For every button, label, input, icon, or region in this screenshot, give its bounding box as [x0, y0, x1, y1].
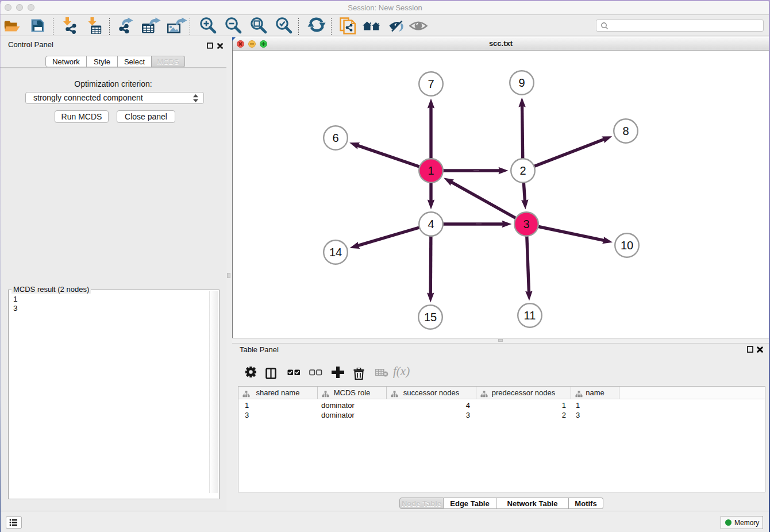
svg-text:8: 8 [622, 125, 629, 137]
svg-text:15: 15 [424, 311, 437, 323]
svg-text:2: 2 [519, 164, 526, 177]
svg-text:7: 7 [428, 78, 434, 90]
svg-text:14: 14 [329, 246, 342, 259]
svg-text:9: 9 [518, 76, 525, 89]
svg-text:10: 10 [621, 239, 633, 252]
svg-text:3: 3 [523, 218, 529, 230]
svg-text:11: 11 [524, 309, 536, 322]
svg-text:6: 6 [332, 132, 338, 144]
svg-text:4: 4 [428, 218, 434, 230]
svg-text:1: 1 [428, 164, 434, 177]
